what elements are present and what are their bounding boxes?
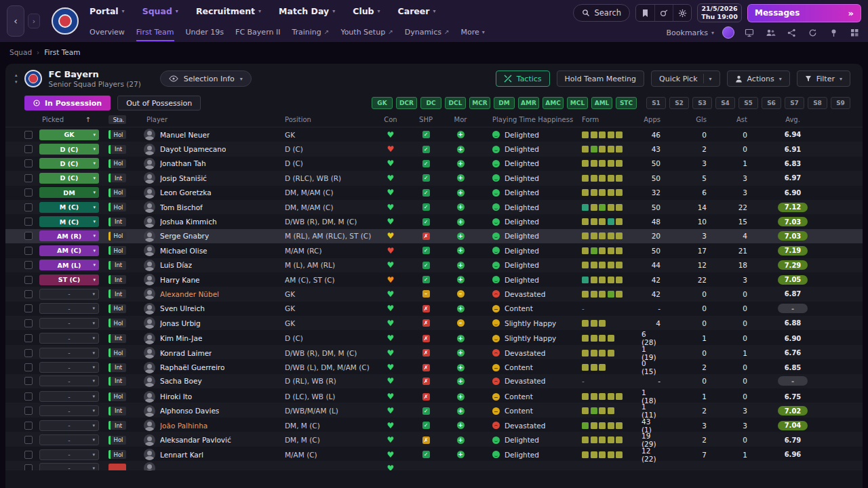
chevron-down-icon[interactable]: ▾ — [709, 76, 712, 82]
quick-pick-button[interactable]: Quick Pick ▾ — [651, 70, 719, 87]
slot-chip-s8[interactable]: S8 — [808, 97, 827, 109]
column-header-apps[interactable]: Apps — [642, 116, 685, 123]
position-chip-amr[interactable]: AMR — [518, 97, 539, 109]
row-checkbox[interactable] — [24, 174, 33, 182]
subnav-training[interactable]: Training↗ — [292, 22, 329, 42]
table-row[interactable]: AM (R)▾HolSerge GnabryM (RL), AM (RLC), … — [5, 229, 863, 243]
player-name[interactable]: Dayot Upamecano — [160, 145, 226, 153]
table-row[interactable]: AM (L)▾IntLuis DíazM (L), AM (RL)♥✓+Deli… — [5, 258, 863, 272]
row-checkbox[interactable] — [24, 218, 33, 226]
people-button[interactable] — [764, 26, 777, 39]
table-row[interactable]: -▾IntSacha BoeyD (RL), WB (R)♥✗+Devastat… — [5, 374, 863, 388]
picked-position-dropdown[interactable]: AM (C)▾ — [39, 245, 99, 256]
picked-position-dropdown[interactable]: DM▾ — [39, 187, 99, 198]
selection-info-dropdown[interactable]: Selection Info ▾ — [160, 70, 252, 87]
row-checkbox[interactable] — [24, 203, 33, 211]
player-name[interactable]: Konrad Laimer — [160, 349, 212, 357]
row-checkbox[interactable] — [24, 159, 33, 167]
picked-position-dropdown[interactable]: -▾ — [39, 375, 99, 386]
row-checkbox[interactable] — [24, 334, 33, 342]
breadcrumb-squad[interactable]: Squad — [9, 48, 32, 56]
player-name[interactable]: Leon Goretzka — [160, 188, 212, 197]
player-name[interactable]: Lennart Karl — [160, 451, 203, 459]
table-row[interactable]: GK▾HolManuel NeuerGK♥✓+Delighted46006.94 — [5, 127, 863, 142]
position-chip-dm[interactable]: DM — [494, 97, 515, 109]
player-name[interactable]: Luis Díaz — [160, 261, 192, 269]
nav-portal[interactable]: Portal▾ — [90, 6, 125, 16]
nav-club[interactable]: Club▾ — [353, 6, 380, 16]
nav-squad[interactable]: Squad▾ — [142, 6, 178, 16]
table-row[interactable]: -▾HolJonas UrbigGK♥✗–Slightly Happy4006.… — [5, 316, 863, 330]
column-header-player[interactable]: Player — [144, 116, 278, 123]
player-name[interactable]: Michael Olise — [160, 247, 208, 255]
position-chip-aml[interactable]: AML — [591, 97, 612, 109]
table-row[interactable]: -▾HolHiroki ItoD (LC), WB (L)♥✗+Content1… — [5, 388, 863, 403]
player-name[interactable]: Hiroki Ito — [160, 392, 192, 401]
picked-position-dropdown[interactable]: -▾ — [39, 289, 99, 300]
picked-position-dropdown[interactable]: -▾ — [39, 318, 99, 329]
picked-position-dropdown[interactable]: D (C)▾ — [39, 144, 99, 155]
position-chip-dcr[interactable]: DCR — [396, 97, 417, 109]
subnav-under-19s[interactable]: Under 19s — [186, 22, 224, 42]
actions-button[interactable]: Actions ▾ — [727, 70, 790, 87]
position-chip-gk[interactable]: GK — [372, 97, 393, 109]
player-name[interactable]: João Palhinha — [160, 422, 208, 430]
column-header-con[interactable]: Con — [373, 116, 408, 123]
row-checkbox[interactable] — [24, 319, 33, 327]
table-row[interactable]: D (C)▾HolJonathan TahD (C)♥✓+Delighted50… — [5, 157, 863, 171]
picked-position-dropdown[interactable]: -▾ — [39, 348, 99, 359]
picked-position-dropdown[interactable]: -▾ — [39, 405, 99, 416]
row-checkbox[interactable] — [24, 436, 33, 444]
position-chip-dcl[interactable]: DCL — [445, 97, 466, 109]
search-button[interactable]: Search — [573, 4, 630, 22]
assistant-button[interactable] — [722, 26, 735, 39]
table-row[interactable]: -▾IntKim Min-JaeD (C)♥✗+Slightly Happy6 … — [5, 330, 863, 344]
row-checkbox[interactable] — [24, 304, 33, 312]
table-row[interactable]: -▾IntJoão PalhinhaDM, M (C)♥✓+Devastated… — [5, 418, 863, 432]
row-checkbox[interactable] — [24, 276, 33, 284]
picked-position-dropdown[interactable]: D (C)▾ — [39, 173, 99, 184]
table-row[interactable]: ST (C)▾IntHarry KaneAM (C), ST (C)♥✓+Del… — [5, 272, 863, 287]
bookmarks-dropdown[interactable]: Bookmarks ▾ — [667, 28, 714, 37]
slot-chip-s6[interactable]: S6 — [762, 97, 781, 109]
messages-button[interactable]: Messages » — [747, 4, 861, 22]
slot-chip-s3[interactable]: S3 — [692, 97, 712, 109]
player-name[interactable]: Joshua Kimmich — [160, 218, 217, 226]
table-row[interactable]: -▾HolSven UlreichGK♥✗+Content--00- — [5, 302, 863, 316]
table-row[interactable]: DM▾HolLeon GoretzkaDM, M/AM (C)♥✓+Deligh… — [5, 186, 863, 200]
subnav-overview[interactable]: Overview — [90, 22, 125, 42]
nav-match-day[interactable]: Match Day▾ — [279, 6, 335, 16]
table-row[interactable]: M (C)▾HolTom BischofDM, M/AM (C)♥✓+Delig… — [5, 200, 863, 214]
row-checkbox[interactable] — [24, 464, 33, 470]
column-header-position[interactable]: Position — [278, 116, 373, 123]
subnav-fc-bayern-ii[interactable]: FC Bayern II — [235, 22, 280, 42]
row-checkbox[interactable] — [24, 247, 33, 255]
pin-button[interactable] — [827, 26, 840, 39]
picked-position-dropdown[interactable]: -▾ — [39, 420, 99, 431]
row-checkbox[interactable] — [24, 131, 33, 139]
column-header-happiness[interactable]: Playing Time Happiness — [477, 116, 574, 123]
table-row[interactable]: M (C)▾IntJoshua KimmichD/WB (R), DM, M (… — [5, 214, 863, 228]
player-name[interactable]: Jonathan Tah — [160, 159, 206, 167]
row-checkbox[interactable] — [24, 261, 33, 269]
picked-position-dropdown[interactable]: -▾ — [39, 362, 99, 373]
slot-chip-s5[interactable]: S5 — [738, 97, 758, 109]
collapse-control[interactable]: ▴ ▾ — [15, 73, 18, 85]
slot-chip-s7[interactable]: S7 — [785, 97, 804, 109]
subnav-first-team[interactable]: First Team — [136, 22, 174, 42]
column-header-shp[interactable]: SHP — [408, 116, 443, 123]
hold-team-meeting-button[interactable]: Hold Team Meeting — [557, 70, 644, 87]
nav-recruitment[interactable]: Recruitment▾ — [196, 6, 261, 16]
picked-position-dropdown[interactable]: M (C)▾ — [39, 216, 99, 227]
position-chip-mcl[interactable]: MCL — [567, 97, 588, 109]
subnav-more[interactable]: More▾ — [460, 22, 484, 42]
row-checkbox[interactable] — [24, 188, 33, 197]
table-row[interactable]: -▾HolLennart KarlM/AM (C)♥✓+Delighted12 … — [5, 447, 863, 461]
subnav-youth-setup[interactable]: Youth Setup↗ — [340, 22, 393, 42]
filter-button[interactable]: Filter ▾ — [797, 70, 850, 87]
whistle-button[interactable] — [654, 5, 673, 21]
picked-position-dropdown[interactable]: -▾ — [39, 391, 99, 402]
slot-chip-s9[interactable]: S9 — [831, 97, 850, 109]
player-name[interactable]: Alexander Nübel — [160, 290, 219, 298]
bookmark-button[interactable] — [636, 5, 654, 21]
